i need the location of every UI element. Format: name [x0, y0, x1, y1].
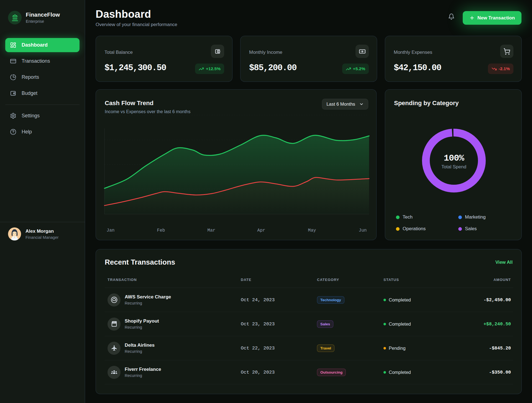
- svg-text:May: May: [308, 228, 316, 233]
- svg-text:Apr: Apr: [257, 228, 265, 233]
- svg-text:Mar: Mar: [208, 228, 216, 233]
- svg-text:Jun: Jun: [359, 228, 367, 233]
- svg-text:Feb: Feb: [157, 228, 165, 233]
- svg-text:Jan: Jan: [107, 228, 115, 233]
